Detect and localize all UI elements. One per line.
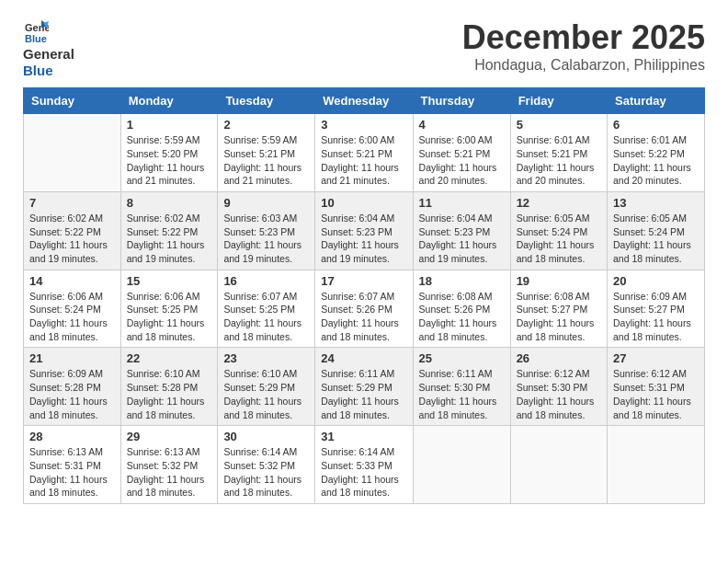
day-number: 17 [321,274,406,288]
logo-icon: General Blue [23,18,49,44]
day-number: 29 [127,430,212,443]
day-info: Sunrise: 6:06 AM Sunset: 5:24 PM Dayligh… [29,290,115,344]
day-info: Sunrise: 6:04 AM Sunset: 5:23 PM Dayligh… [419,212,505,266]
day-info: Sunrise: 6:08 AM Sunset: 5:27 PM Dayligh… [517,290,601,344]
day-number: 26 [517,351,601,365]
day-number: 31 [321,430,406,443]
day-number: 23 [223,351,309,365]
calendar-week-row: 7Sunrise: 6:02 AM Sunset: 5:22 PM Daylig… [24,191,705,270]
day-info: Sunrise: 6:12 AM Sunset: 5:31 PM Dayligh… [613,367,699,421]
day-number: 19 [517,274,601,288]
day-info: Sunrise: 5:59 AM Sunset: 5:20 PM Dayligh… [127,133,212,188]
day-info: Sunrise: 6:07 AM Sunset: 5:26 PM Dayligh… [321,290,406,344]
day-number: 3 [321,118,406,132]
day-info: Sunrise: 6:07 AM Sunset: 5:25 PM Dayligh… [223,290,309,344]
weekday-header-row: SundayMondayTuesdayWednesdayThursdayFrid… [24,88,705,114]
calendar-day-cell: 10Sunrise: 6:04 AM Sunset: 5:23 PM Dayli… [315,191,413,270]
calendar-table: SundayMondayTuesdayWednesdayThursdayFrid… [23,87,705,504]
calendar-day-cell: 8Sunrise: 6:02 AM Sunset: 5:22 PM Daylig… [120,191,218,270]
day-number: 8 [127,196,212,210]
day-info: Sunrise: 6:01 AM Sunset: 5:21 PM Dayligh… [517,133,601,188]
calendar-day-cell: 12Sunrise: 6:05 AM Sunset: 5:24 PM Dayli… [510,191,607,270]
calendar-week-row: 1Sunrise: 5:59 AM Sunset: 5:20 PM Daylig… [24,114,705,192]
day-info: Sunrise: 6:14 AM Sunset: 5:33 PM Dayligh… [321,445,406,500]
calendar-day-cell: 31Sunrise: 6:14 AM Sunset: 5:33 PM Dayli… [315,426,413,504]
calendar-day-cell: 3Sunrise: 6:00 AM Sunset: 5:21 PM Daylig… [315,114,413,192]
calendar-day-cell: 30Sunrise: 6:14 AM Sunset: 5:32 PM Dayli… [218,426,315,504]
calendar-day-cell: 23Sunrise: 6:10 AM Sunset: 5:29 PM Dayli… [218,348,315,426]
day-info: Sunrise: 6:00 AM Sunset: 5:21 PM Dayligh… [321,133,406,188]
calendar-day-cell: 4Sunrise: 6:00 AM Sunset: 5:21 PM Daylig… [413,114,510,192]
day-number: 7 [29,196,115,210]
day-number: 18 [419,274,505,288]
day-number: 14 [29,274,115,288]
calendar-day-cell: 22Sunrise: 6:10 AM Sunset: 5:28 PM Dayli… [120,348,218,426]
calendar-day-cell: 1Sunrise: 5:59 AM Sunset: 5:20 PM Daylig… [120,114,218,192]
day-number: 1 [127,118,212,132]
weekday-header-friday: Friday [510,88,607,114]
day-info: Sunrise: 6:14 AM Sunset: 5:32 PM Dayligh… [223,445,309,500]
day-number: 4 [419,118,505,132]
day-number: 24 [321,351,406,365]
day-info: Sunrise: 6:05 AM Sunset: 5:24 PM Dayligh… [517,212,601,266]
day-number: 25 [419,351,505,365]
day-info: Sunrise: 6:00 AM Sunset: 5:21 PM Dayligh… [419,133,505,188]
calendar-day-cell: 25Sunrise: 6:11 AM Sunset: 5:30 PM Dayli… [413,348,510,426]
calendar-day-cell: 16Sunrise: 6:07 AM Sunset: 5:25 PM Dayli… [218,270,315,348]
day-number: 2 [223,118,309,132]
day-number: 20 [613,274,699,288]
day-number: 5 [517,118,601,132]
calendar-day-cell: 26Sunrise: 6:12 AM Sunset: 5:30 PM Dayli… [510,348,607,426]
calendar-day-cell [24,114,121,192]
calendar-day-cell: 2Sunrise: 5:59 AM Sunset: 5:21 PM Daylig… [218,114,315,192]
day-info: Sunrise: 5:59 AM Sunset: 5:21 PM Dayligh… [223,133,309,188]
calendar-day-cell [510,426,607,504]
day-info: Sunrise: 6:03 AM Sunset: 5:23 PM Dayligh… [223,212,309,266]
day-info: Sunrise: 6:10 AM Sunset: 5:28 PM Dayligh… [127,367,212,421]
day-number: 28 [29,430,115,443]
calendar-day-cell: 14Sunrise: 6:06 AM Sunset: 5:24 PM Dayli… [24,270,121,348]
day-number: 6 [613,118,699,132]
logo-general: General [23,46,74,62]
weekday-header-thursday: Thursday [413,88,510,114]
day-info: Sunrise: 6:11 AM Sunset: 5:29 PM Dayligh… [321,367,406,421]
day-number: 10 [321,196,406,210]
day-number: 15 [127,274,212,288]
weekday-header-sunday: Sunday [24,88,121,114]
day-info: Sunrise: 6:12 AM Sunset: 5:30 PM Dayligh… [517,367,601,421]
day-info: Sunrise: 6:09 AM Sunset: 5:27 PM Dayligh… [613,290,699,344]
calendar-day-cell: 21Sunrise: 6:09 AM Sunset: 5:28 PM Dayli… [24,348,121,426]
calendar-day-cell: 27Sunrise: 6:12 AM Sunset: 5:31 PM Dayli… [608,348,705,426]
day-info: Sunrise: 6:13 AM Sunset: 5:32 PM Dayligh… [127,445,212,500]
calendar-day-cell: 13Sunrise: 6:05 AM Sunset: 5:24 PM Dayli… [608,191,705,270]
day-number: 16 [223,274,309,288]
day-info: Sunrise: 6:09 AM Sunset: 5:28 PM Dayligh… [29,367,115,421]
day-info: Sunrise: 6:13 AM Sunset: 5:31 PM Dayligh… [29,445,115,500]
calendar-day-cell: 19Sunrise: 6:08 AM Sunset: 5:27 PM Dayli… [510,270,607,348]
day-info: Sunrise: 6:01 AM Sunset: 5:22 PM Dayligh… [613,133,699,188]
logo: General Blue General Blue [23,18,74,78]
calendar-day-cell: 20Sunrise: 6:09 AM Sunset: 5:27 PM Dayli… [608,270,705,348]
day-number: 30 [223,430,309,443]
calendar-day-cell: 5Sunrise: 6:01 AM Sunset: 5:21 PM Daylig… [510,114,607,192]
calendar-week-row: 21Sunrise: 6:09 AM Sunset: 5:28 PM Dayli… [24,348,705,426]
calendar-week-row: 14Sunrise: 6:06 AM Sunset: 5:24 PM Dayli… [24,270,705,348]
day-info: Sunrise: 6:11 AM Sunset: 5:30 PM Dayligh… [419,367,505,421]
weekday-header-monday: Monday [120,88,218,114]
calendar-day-cell: 24Sunrise: 6:11 AM Sunset: 5:29 PM Dayli… [315,348,413,426]
day-info: Sunrise: 6:05 AM Sunset: 5:24 PM Dayligh… [613,212,699,266]
day-info: Sunrise: 6:04 AM Sunset: 5:23 PM Dayligh… [321,212,406,266]
day-info: Sunrise: 6:10 AM Sunset: 5:29 PM Dayligh… [223,367,309,421]
day-number: 12 [517,196,601,210]
weekday-header-wednesday: Wednesday [315,88,413,114]
day-number: 9 [223,196,309,210]
logo-blue: Blue [23,63,53,78]
day-number: 22 [127,351,212,365]
svg-text:Blue: Blue [25,33,47,44]
month-title: December 2025 [462,18,705,57]
day-number: 13 [613,196,699,210]
day-number: 27 [613,351,699,365]
day-info: Sunrise: 6:08 AM Sunset: 5:26 PM Dayligh… [419,290,505,344]
calendar-day-cell: 7Sunrise: 6:02 AM Sunset: 5:22 PM Daylig… [24,191,121,270]
day-info: Sunrise: 6:02 AM Sunset: 5:22 PM Dayligh… [29,212,115,266]
